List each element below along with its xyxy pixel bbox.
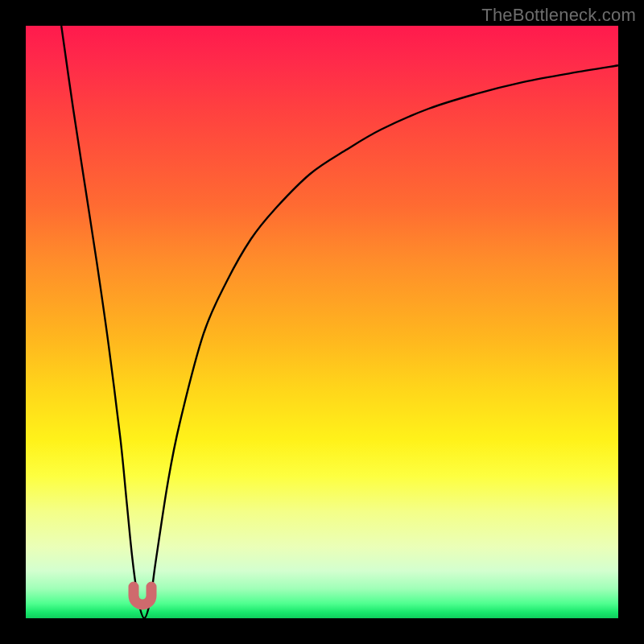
outer-frame: TheBottleneck.com (0, 0, 644, 644)
bottleneck-curve-path (61, 26, 618, 618)
plot-area (26, 26, 618, 618)
watermark-text: TheBottleneck.com (481, 5, 636, 26)
minimum-marker (134, 587, 151, 605)
curve-layer (26, 26, 618, 618)
